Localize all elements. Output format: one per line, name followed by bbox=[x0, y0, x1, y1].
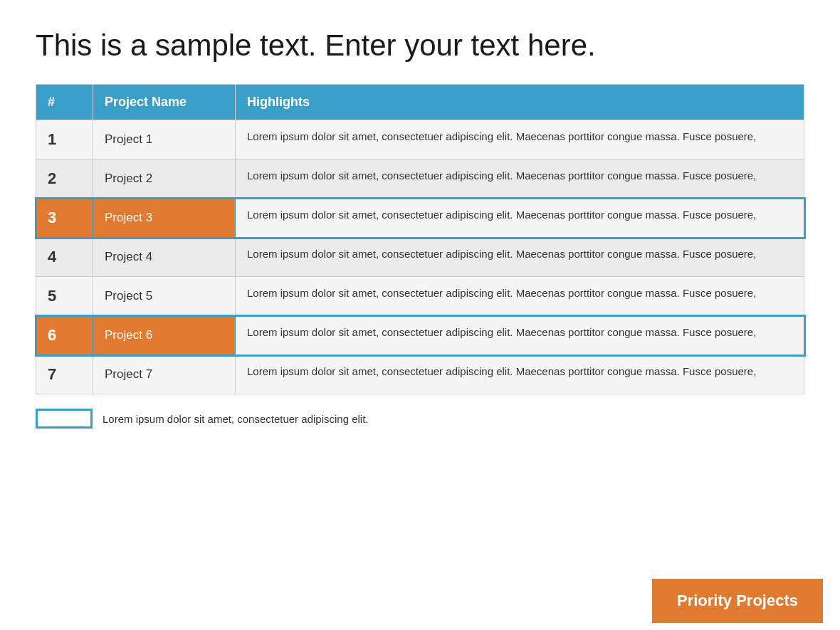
table-row: 3Project 3Lorem ipsum dolor sit amet, co… bbox=[36, 199, 804, 238]
cell-num: 6 bbox=[36, 316, 93, 355]
cell-project-name: Project 7 bbox=[93, 355, 236, 394]
cell-project-name: Project 6 bbox=[93, 316, 236, 355]
cell-num: 2 bbox=[36, 159, 93, 199]
legend-area: Lorem ipsum dolor sit amet, consectetuer… bbox=[36, 409, 804, 429]
cell-project-name: Project 4 bbox=[93, 238, 236, 277]
col-header-num: # bbox=[36, 85, 93, 120]
legend-box bbox=[36, 409, 93, 429]
cell-num: 5 bbox=[36, 277, 93, 316]
table-row: 7Project 7Lorem ipsum dolor sit amet, co… bbox=[36, 355, 804, 394]
cell-highlights: Lorem ipsum dolor sit amet, consectetuer… bbox=[236, 199, 804, 238]
page-title: This is a sample text. Enter your text h… bbox=[0, 0, 840, 84]
cell-num: 3 bbox=[36, 199, 93, 238]
table-row: 4Project 4Lorem ipsum dolor sit amet, co… bbox=[36, 238, 804, 277]
table-row: 6Project 6Lorem ipsum dolor sit amet, co… bbox=[36, 316, 804, 355]
priority-projects-button[interactable]: Priority Projects bbox=[652, 579, 823, 623]
cell-highlights: Lorem ipsum dolor sit amet, consectetuer… bbox=[236, 159, 804, 199]
cell-highlights: Lorem ipsum dolor sit amet, consectetuer… bbox=[236, 238, 804, 277]
cell-highlights: Lorem ipsum dolor sit amet, consectetuer… bbox=[236, 277, 804, 316]
legend-text: Lorem ipsum dolor sit amet, consectetuer… bbox=[103, 413, 369, 425]
table-row: 5Project 5Lorem ipsum dolor sit amet, co… bbox=[36, 277, 804, 316]
cell-highlights: Lorem ipsum dolor sit amet, consectetuer… bbox=[236, 120, 804, 159]
cell-highlights: Lorem ipsum dolor sit amet, consectetuer… bbox=[236, 316, 804, 355]
cell-highlights: Lorem ipsum dolor sit amet, consectetuer… bbox=[236, 355, 804, 394]
cell-num: 1 bbox=[36, 120, 93, 159]
cell-project-name: Project 2 bbox=[93, 159, 236, 199]
projects-table: # Project Name Highlights 1Project 1Lore… bbox=[36, 84, 804, 394]
cell-project-name: Project 1 bbox=[93, 120, 236, 159]
cell-num: 4 bbox=[36, 238, 93, 277]
cell-num: 7 bbox=[36, 355, 93, 394]
table-container: # Project Name Highlights 1Project 1Lore… bbox=[36, 84, 804, 394]
table-row: 1Project 1Lorem ipsum dolor sit amet, co… bbox=[36, 120, 804, 159]
table-row: 2Project 2Lorem ipsum dolor sit amet, co… bbox=[36, 159, 804, 199]
cell-project-name: Project 5 bbox=[93, 277, 236, 316]
table-header-row: # Project Name Highlights bbox=[36, 85, 804, 120]
cell-project-name: Project 3 bbox=[93, 199, 236, 238]
col-header-name: Project Name bbox=[93, 85, 236, 120]
col-header-highlights: Highlights bbox=[236, 85, 804, 120]
